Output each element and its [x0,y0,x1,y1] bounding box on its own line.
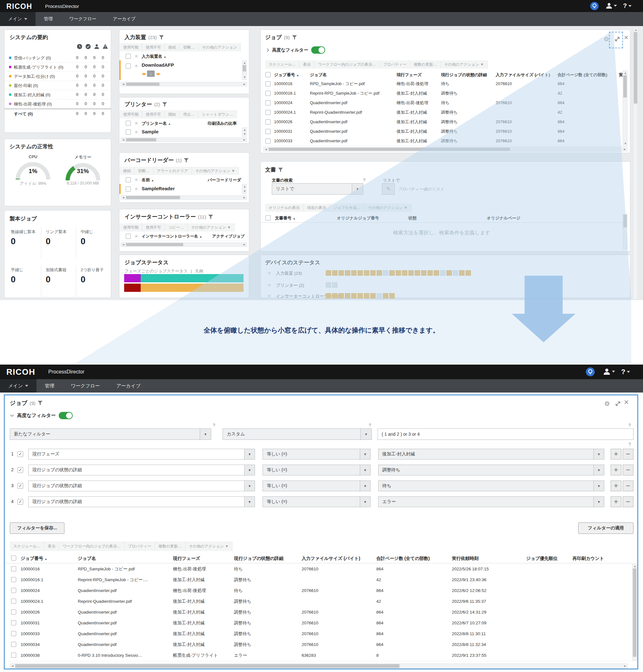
column-header[interactable]: 入力ファイルサイズ (バイト) [496,72,550,78]
device-square-active[interactable] [326,293,331,299]
job-row[interactable]: 10000024.1Reprint-QuadientInserter.pdf後加… [5,596,632,607]
device-square-active[interactable] [389,270,395,276]
horizontal-scrollbar[interactable]: ◄ ► [121,137,247,142]
row-checkbox[interactable] [265,91,270,96]
close-icon[interactable]: × [624,33,628,42]
add-rule-button[interactable]: + [611,449,621,459]
filter-funnel-icon[interactable] [162,102,167,107]
favorite-star-icon[interactable]: ★ [134,187,138,192]
device-square-inactive[interactable] [440,270,446,276]
printer-name[interactable]: Sample [142,129,158,134]
system-summary-row[interactable]: 梱包-出荷-後処理 (0)0000 [4,99,111,109]
device-square-active[interactable] [377,270,382,276]
input-device-name[interactable]: DownloadAFP [142,62,174,68]
device-square-active[interactable] [408,270,414,276]
remove-rule-button[interactable]: − [623,449,633,459]
horizontal-scrollbar[interactable]: ◄ ► [121,82,247,86]
toolbar-button[interactable]: 複数の更新… [410,60,440,69]
vertical-scrollbar[interactable] [623,214,628,249]
help-menu-icon[interactable]: ? [623,2,632,10]
chevron-right-icon[interactable] [266,48,269,52]
rule-value-select[interactable]: 待ち▼ [378,480,604,491]
device-square-active[interactable] [339,293,344,299]
vertical-scrollbar[interactable]: ▲ [632,564,637,661]
row-checkbox[interactable] [265,110,270,115]
page-scrollbar[interactable]: ▲ [633,27,638,299]
help-question-icon[interactable]: ? [369,423,371,428]
toolbar-button[interactable]: 使用可能 [120,43,142,51]
user-menu-icon[interactable] [606,2,617,9]
row-checkbox[interactable] [11,577,16,582]
toolbar-button[interactable]: スケジュール… [265,60,300,69]
expand-icon[interactable] [615,401,621,408]
edit-pencil-icon[interactable]: ✎ [382,183,395,195]
device-square-inactive[interactable] [326,282,331,288]
advanced-filter-label[interactable]: 高度なフィルター [17,412,56,419]
settings-gear-icon[interactable]: ⚙ [604,400,610,407]
help-menu-icon[interactable]: ? [621,368,630,376]
job-row[interactable]: 10000034QuadientInserter.pdf後加工-封入封緘調整待ち… [5,639,632,650]
remove-rule-button[interactable]: − [623,496,633,507]
column-header[interactable]: 現行ジョブの状態の詳細 [234,556,283,562]
save-filter-button[interactable]: フィルターを保存... [10,523,64,534]
row-checkbox[interactable] [265,100,270,106]
toolbar-button[interactable]: ワークフロー内のジョブの表示… [59,541,124,551]
toolbar-button[interactable]: 現在の表示 [304,204,330,212]
system-summary-row[interactable]: すべて (0)0000 [4,109,111,119]
rule-property-select[interactable]: 現行ジョブの状態の詳細▼ [28,465,255,476]
horizontal-scrollbar[interactable]: ◄ ► [121,195,247,200]
vertical-scrollbar[interactable]: ▲ ▼ [623,71,628,146]
device-square-active[interactable] [402,270,408,276]
toolbar-button[interactable]: アラートのクリア [153,167,192,175]
toolbar-button[interactable]: 使用可能 [120,223,142,231]
rule-comparison-select[interactable]: 等しい (=)▼ [263,465,371,476]
filter-logic-input[interactable]: ( 1 and 2 ) or 3 or 4 [378,429,633,440]
help-question-icon[interactable]: ? [628,423,631,428]
toolbar-button[interactable]: シャットダウン… [198,110,237,119]
toolbar-button[interactable]: 切断… [180,43,198,51]
toolbar-button[interactable]: 停止… [180,110,198,119]
toolbar-button[interactable]: 使用不可 [142,110,165,119]
column-header[interactable]: オリジナルページ [487,215,520,221]
select-all-checkbox[interactable] [11,555,16,561]
device-square-active[interactable] [345,270,350,276]
nav-item-1[interactable]: メイン [0,379,37,393]
remove-rule-button[interactable]: − [623,465,633,476]
device-square-active[interactable] [351,293,356,299]
toolbar-button[interactable]: その他のアクション ▼ [185,541,232,551]
rule-checkbox[interactable]: ✓ [17,451,23,457]
filter-funnel-icon[interactable] [159,35,164,40]
advanced-filter-toggle[interactable] [311,46,325,54]
column-header[interactable]: 状態 [408,215,416,221]
document-search-select[interactable]: リストで ▼ [272,183,363,195]
add-rule-button[interactable]: + [611,465,621,476]
vertical-scrollbar[interactable]: ▲ ▼ [242,60,247,80]
job-row[interactable]: 10000033QuadientInserter.pdf後加工-封入封緘調整待ち… [261,136,623,146]
favorite-star-icon[interactable]: ★ [267,271,271,276]
saved-filter-select[interactable]: 新たなフィルター ▼ [10,429,211,440]
job-row[interactable]: 10000016RPD_SampleJob - コピー.pdf梱包-出荷-後処理… [261,79,623,89]
device-square-active[interactable] [370,293,376,299]
apply-filter-button[interactable]: フィルターの適用 [578,523,633,534]
device-square-active[interactable] [326,270,331,276]
device-square-active[interactable] [339,270,344,276]
favorite-star-icon[interactable]: ★ [134,130,138,135]
system-summary-row[interactable]: 帳票生成-プリフライト (0)0000 [4,62,111,72]
advanced-filter-toggle[interactable] [59,412,73,419]
device-square-active[interactable] [383,293,388,299]
job-row[interactable]: 10000016.1Reprint-RPD_SampleJob - コピー.pd… [261,88,623,98]
help-question-icon[interactable]: ? [213,423,215,428]
device-square-active[interactable] [434,270,439,276]
job-row[interactable]: 10000031QuadientInserter.pdf後加工-封入封緘調整待ち… [5,618,632,629]
phase-status-bar[interactable] [124,274,244,282]
toolbar-button[interactable]: その他のアクション ▼ [188,223,235,231]
rule-property-select[interactable]: 現行ジョブの状態の詳細▼ [28,480,255,491]
nav-item-2[interactable]: 管理 [36,12,61,26]
system-summary-row[interactable]: 面付-印刷 (0)0000 [4,81,111,90]
device-square-active[interactable] [389,293,395,299]
column-header[interactable]: ジョブ番号 [274,72,295,77]
row-checkbox[interactable] [11,631,16,636]
horizontal-scrollbar[interactable]: ◄ ► [263,147,628,152]
rule-checkbox[interactable]: ✓ [17,499,23,505]
rule-comparison-select[interactable]: 等しい (=)▼ [263,480,371,491]
